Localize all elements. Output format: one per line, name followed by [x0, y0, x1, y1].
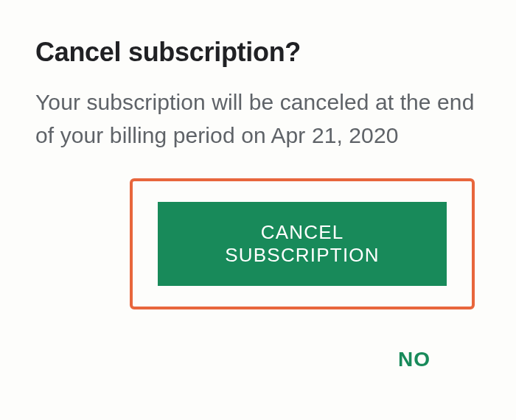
- dialog-message: Your subscription will be canceled at th…: [35, 85, 481, 152]
- cancel-subscription-dialog: Cancel subscription? Your subscription w…: [0, 0, 516, 407]
- no-button[interactable]: NO: [386, 342, 442, 377]
- cancel-subscription-button[interactable]: CANCEL SUBSCRIPTION: [158, 202, 447, 286]
- dialog-actions: NO: [35, 342, 481, 377]
- dialog-title: Cancel subscription?: [35, 37, 481, 68]
- highlight-annotation: CANCEL SUBSCRIPTION: [130, 178, 475, 309]
